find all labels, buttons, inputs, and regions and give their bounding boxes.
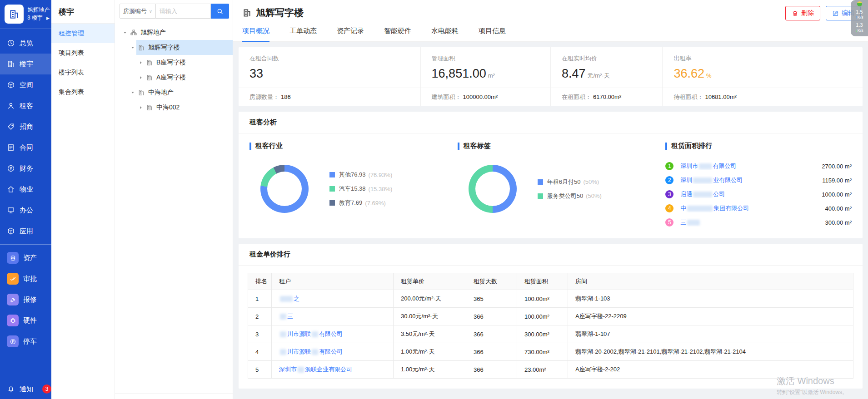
net-speed-widget[interactable]: 1.5 ↑K/s 1.3 ↓K/s — [851, 0, 868, 36]
sidebar-item-notify[interactable]: 通知 3 — [0, 384, 51, 394]
rank-company-link[interactable]: 中集团有限公司 — [680, 204, 820, 212]
org-expand-icon[interactable]: ▶ — [46, 15, 50, 21]
tenant-text: 有限公司 — [319, 330, 343, 337]
building2-icon — [146, 59, 153, 66]
sidebar-item-finance[interactable]: 财务 — [0, 158, 51, 179]
tab-资产记录[interactable]: 资产记录 — [337, 27, 364, 41]
project-header: 旭辉写字楼 删除 编辑 项目概况工单动态资产记录智能硬件水电能 — [233, 0, 868, 42]
cell-tenant-link[interactable]: 川市源联有限公司 — [272, 325, 394, 343]
cell-tenant-link[interactable]: 川市源联有限公司 — [272, 343, 394, 361]
rank-company-link[interactable]: 深圳市有限公司 — [680, 162, 817, 170]
rank-company-link[interactable]: 三 — [680, 218, 820, 227]
stat-value-row: 36.62% — [673, 67, 852, 81]
rank-company-link[interactable]: 深圳业有限公司 — [680, 176, 818, 184]
sidebar-item-building[interactable]: 楼宇 — [0, 54, 51, 74]
caret-right-icon[interactable] — [137, 60, 145, 65]
legend-item-其他: 其他76.93(76.93%) — [329, 171, 392, 179]
sidebar-item-space[interactable]: 空间 — [0, 74, 51, 95]
sidebar-item-asset[interactable]: 资产 — [0, 247, 51, 268]
menu-item-楼宇列表[interactable]: 楼宇列表 — [51, 63, 115, 82]
tab-项目概况[interactable]: 项目概况 — [242, 27, 269, 41]
tenant-text: 之 — [294, 295, 299, 302]
menu-item-租控管理[interactable]: 租控管理 — [51, 24, 115, 43]
sidebar-item-contract[interactable]: 合同 — [0, 137, 51, 158]
area-rank-row: 3启通公司1000.00 m² — [665, 190, 852, 198]
sidebar-item-overview[interactable]: 总览 — [0, 33, 51, 54]
cell-area: 100.00m² — [517, 290, 568, 308]
sidebar-item-apps[interactable]: 应用 — [0, 221, 51, 241]
building2-icon — [146, 74, 153, 81]
sidebar-item-label: 合同 — [20, 143, 33, 152]
rank-company-redacted — [699, 163, 712, 169]
cell-area: 300.00m² — [517, 325, 568, 343]
cell-rooms: 翡翠湖-1-107 — [568, 325, 853, 343]
rank-company-link[interactable]: 启通公司 — [680, 190, 817, 198]
asset-icon-box — [7, 252, 19, 264]
sidebar-item-label: 停车 — [23, 337, 37, 346]
sidebar-item-parking[interactable]: 停车 — [0, 331, 51, 352]
caret-down-icon[interactable] — [121, 30, 129, 35]
sidebar-item-tenant[interactable]: 租客 — [0, 95, 51, 116]
tags-donut-chart — [469, 165, 517, 213]
stat-sub-label: 在租面积： — [562, 94, 591, 100]
building2-icon — [146, 104, 153, 111]
legend-percent: (7.69%) — [365, 200, 386, 207]
tree-node-旭辉写字楼[interactable]: 旭辉写字楼 — [115, 40, 233, 55]
tree-node-label: 旭辉地产 — [140, 29, 166, 37]
tab-项目信息[interactable]: 项目信息 — [479, 27, 506, 41]
rent-rank-table: 排名租户租赁单价租赁天数租赁面积房间 1之200.00元/m²·天365100.… — [248, 273, 853, 379]
search-button[interactable] — [211, 4, 229, 19]
download-speed-unit: K/s — [858, 28, 863, 33]
sidebar-item-label: 报修 — [23, 296, 37, 304]
tree-search-input[interactable] — [156, 4, 211, 19]
legend-label: 其他76.93 — [339, 171, 366, 179]
cell-rank: 2 — [248, 308, 272, 325]
sidebar-divider — [0, 244, 51, 245]
tree-node-中海002[interactable]: 中海002 — [115, 100, 233, 115]
search-type-select[interactable]: 房源编号 ∨ — [120, 4, 156, 19]
stat-sub-value: 186 — [281, 94, 291, 100]
tree-node-A座写字楼[interactable]: A座写字楼 — [115, 70, 233, 85]
tree-node-中海地产[interactable]: 中海地产 — [115, 85, 233, 100]
office-icon — [7, 206, 15, 214]
delete-button[interactable]: 删除 — [785, 6, 820, 20]
sidebar-item-repair[interactable]: 报修 — [0, 289, 51, 310]
caret-down-icon[interactable] — [129, 90, 136, 95]
tree-scrollbar[interactable] — [115, 393, 233, 399]
sidebar-item-invest[interactable]: 招商 — [0, 116, 51, 137]
tab-智能硬件[interactable]: 智能硬件 — [384, 27, 411, 41]
rank-badge: 4 — [665, 204, 673, 212]
caret-down-icon[interactable] — [129, 45, 136, 50]
bell-icon — [7, 385, 15, 393]
cell-tenant-link[interactable]: 深圳市源联企业有限公司 — [272, 361, 394, 379]
cell-days: 366 — [466, 343, 517, 361]
menu-item-项目列表[interactable]: 项目列表 — [51, 43, 115, 63]
tenant-text: 深圳市 — [279, 366, 297, 373]
sidebar-item-hardware[interactable]: 硬件 — [0, 310, 51, 331]
caret-right-icon[interactable] — [137, 105, 145, 110]
sidebar-item-property[interactable]: 物业 — [0, 179, 51, 200]
rank-badge: 1 — [665, 162, 673, 170]
cell-rooms: 翡翠湖-1-103 — [568, 290, 853, 308]
sidebar-item-approval[interactable]: 审批 — [0, 268, 51, 289]
caret-right-icon[interactable] — [137, 75, 145, 80]
tenant-redacted — [312, 349, 318, 355]
tenant-redacted — [280, 349, 286, 355]
area-rank-row: 5三300.00 m² — [665, 218, 852, 227]
tenant-analysis-title: 租客分析 — [239, 112, 863, 133]
watermark-line1: 激活 Windows — [777, 375, 848, 387]
sidebar-item-office[interactable]: 办公 — [0, 200, 51, 221]
stat-value: 33 — [249, 67, 263, 80]
cell-tenant-link[interactable]: 之 — [272, 290, 394, 308]
edit-icon — [832, 10, 839, 17]
tab-工单动态[interactable]: 工单动态 — [289, 27, 317, 41]
repair-icon-box — [7, 294, 19, 305]
tree-node-B座写字楼[interactable]: B座写字楼 — [115, 55, 233, 70]
cell-days: 366 — [466, 308, 517, 325]
tree-node-旭辉地产[interactable]: 旭辉地产 — [115, 25, 233, 40]
legend-swatch — [329, 200, 335, 206]
org-switcher[interactable]: 旭辉地产 3 楼宇 ▶ — [0, 0, 51, 29]
cell-tenant-link[interactable]: 三 — [272, 308, 394, 325]
menu-item-集合列表[interactable]: 集合列表 — [51, 82, 115, 102]
tab-水电能耗[interactable]: 水电能耗 — [431, 27, 459, 41]
